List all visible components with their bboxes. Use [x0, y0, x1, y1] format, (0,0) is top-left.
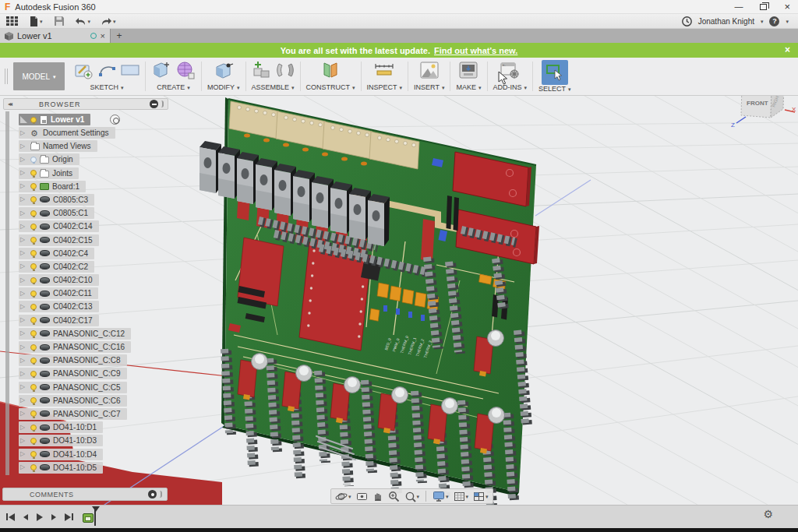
job-status-icon[interactable]: [682, 16, 692, 26]
visibility-bulb-icon[interactable]: [30, 330, 37, 336]
new-tab-button[interactable]: +: [111, 29, 128, 43]
visibility-bulb-icon[interactable]: [30, 250, 37, 256]
timeline-settings-gear-icon[interactable]: ⚙: [763, 509, 773, 520]
display-settings[interactable]: ▾: [433, 491, 449, 502]
visibility-bulb-icon[interactable]: [30, 291, 37, 297]
browser-root-item[interactable]: Lower v1: [19, 114, 90, 125]
expand-arrow-icon[interactable]: [20, 183, 27, 189]
notification-link[interactable]: Find out what's new.: [434, 46, 517, 55]
help-button[interactable]: ?: [769, 16, 779, 26]
comments-handle[interactable]: [160, 491, 162, 498]
browser-item[interactable]: DO41-10:D4: [19, 449, 103, 460]
select-tool-button[interactable]: [542, 60, 568, 85]
browser-item[interactable]: C0402:C13: [19, 301, 99, 312]
browser-item[interactable]: PANASONIC_C:C7: [19, 408, 127, 420]
visibility-bulb-icon[interactable]: [30, 210, 37, 217]
browser-item[interactable]: PANASONIC_C:C16: [19, 341, 131, 353]
construction-plane-icon[interactable]: [320, 60, 341, 83]
timeline-marker[interactable]: [83, 506, 106, 528]
browser-item[interactable]: PANASONIC_C:C8: [19, 354, 127, 366]
joint-icon[interactable]: [276, 61, 295, 83]
notification-close-button[interactable]: ×: [785, 44, 790, 55]
timeline-step-forward-button[interactable]: [51, 514, 56, 520]
browser-item[interactable]: DO41-10:D1: [19, 421, 103, 433]
window-close-button[interactable]: ×: [784, 2, 790, 12]
window-restore-button[interactable]: [760, 4, 767, 10]
visibility-bulb-icon[interactable]: [30, 304, 37, 310]
visibility-bulb-icon[interactable]: [30, 277, 37, 284]
browser-item[interactable]: Named Views: [19, 140, 97, 152]
toolbar-grip[interactable]: [5, 69, 8, 84]
visibility-bulb-icon[interactable]: [30, 237, 37, 243]
browser-item[interactable]: C0402:C17: [19, 315, 99, 326]
visibility-bulb-icon[interactable]: [30, 170, 37, 176]
app-grid-button[interactable]: [6, 16, 18, 26]
document-tab[interactable]: Lower v1 ×: [0, 29, 111, 43]
timeline-go-to-start-button[interactable]: [6, 513, 15, 521]
collapse-panel-icon[interactable]: ◂◂: [8, 100, 11, 107]
expand-arrow-icon[interactable]: [20, 291, 27, 297]
browser-item[interactable]: C0402:C2: [19, 261, 94, 273]
orbit-tool[interactable]: ▾: [335, 491, 351, 502]
expand-arrow-icon[interactable]: [20, 170, 27, 176]
press-pull-icon[interactable]: [214, 60, 234, 83]
expand-arrow-icon[interactable]: [20, 143, 27, 150]
visibility-bulb-icon[interactable]: [30, 157, 37, 163]
expand-arrow-icon[interactable]: [20, 397, 27, 403]
expand-arrow-icon[interactable]: [20, 464, 27, 470]
expand-arrow-icon[interactable]: [20, 384, 27, 390]
browser-panel-header[interactable]: ◂◂ BROWSER: [3, 98, 168, 110]
comments-options-icon[interactable]: [148, 490, 157, 499]
expand-arrow-icon[interactable]: [20, 425, 27, 431]
timeline-step-back-button[interactable]: [23, 514, 28, 520]
create-sketch-icon[interactable]: [74, 60, 94, 83]
visibility-bulb-icon[interactable]: [30, 451, 37, 457]
browser-item[interactable]: C0402:C4: [19, 248, 94, 259]
expand-arrow-icon[interactable]: [20, 157, 27, 163]
create-form-icon[interactable]: [175, 60, 196, 83]
user-menu[interactable]: Jonathan Knight: [698, 17, 754, 26]
browser-item[interactable]: C0402:C11: [19, 287, 98, 299]
expand-arrow-icon[interactable]: [20, 210, 27, 217]
save-button[interactable]: [55, 16, 64, 26]
spline-icon[interactable]: [98, 62, 117, 81]
expand-arrow-icon[interactable]: [20, 371, 27, 377]
tab-close-button[interactable]: ×: [101, 32, 105, 41]
expand-arrow-icon[interactable]: [20, 317, 27, 323]
visibility-bulb-icon[interactable]: [30, 344, 37, 351]
look-at-tool[interactable]: [356, 491, 368, 502]
workspace-selector[interactable]: MODEL▾: [13, 62, 65, 90]
file-menu-button[interactable]: ▾: [30, 16, 43, 26]
browser-item[interactable]: PANASONIC_C:C6: [19, 395, 127, 407]
browser-item[interactable]: PANASONIC_C:C12: [19, 328, 131, 340]
browser-item[interactable]: C0402:C15: [19, 234, 99, 246]
visibility-bulb-icon[interactable]: [30, 196, 37, 203]
browser-item[interactable]: Origin: [19, 153, 79, 165]
browser-item[interactable]: Joints: [19, 167, 79, 179]
expand-arrow-icon[interactable]: [20, 438, 27, 444]
browser-item[interactable]: DO41-10:D5: [19, 462, 103, 474]
new-component-icon[interactable]: [151, 60, 171, 83]
browser-item[interactable]: Board:1: [19, 181, 86, 192]
expand-arrow-icon[interactable]: [20, 196, 27, 203]
expand-arrow-icon[interactable]: [20, 277, 27, 284]
pan-tool[interactable]: [373, 491, 383, 502]
hide-all-icon[interactable]: [150, 100, 158, 108]
browser-item[interactable]: C0402:C14: [19, 220, 99, 232]
visibility-bulb-icon[interactable]: [30, 358, 37, 364]
visibility-bulb-icon[interactable]: [30, 438, 37, 444]
visibility-bulb-icon[interactable]: [30, 425, 37, 431]
expand-arrow-icon[interactable]: [20, 344, 27, 351]
expand-arrow-icon[interactable]: [20, 304, 27, 310]
visibility-bulb-icon[interactable]: [30, 410, 37, 417]
browser-item[interactable]: DO41-10:D3: [19, 435, 103, 446]
expand-arrow-icon[interactable]: [20, 250, 27, 256]
visibility-bulb-icon[interactable]: [30, 371, 37, 377]
expand-arrow-icon[interactable]: [20, 451, 27, 457]
browser-item[interactable]: C0805:C3: [19, 194, 94, 206]
window-minimize-button[interactable]: —: [734, 2, 743, 11]
expand-arrow-icon[interactable]: [20, 237, 27, 243]
browser-item[interactable]: C0402:C10: [19, 274, 99, 286]
timeline-play-button[interactable]: [37, 513, 43, 521]
make-3dprint-icon[interactable]: [458, 61, 478, 83]
